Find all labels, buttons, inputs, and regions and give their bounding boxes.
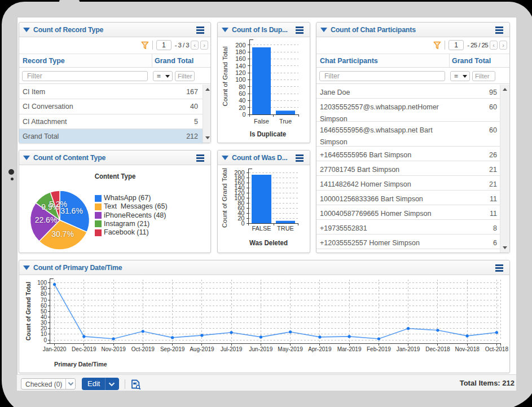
svg-text:Count of Grand Total: Count of Grand Total: [25, 282, 32, 340]
